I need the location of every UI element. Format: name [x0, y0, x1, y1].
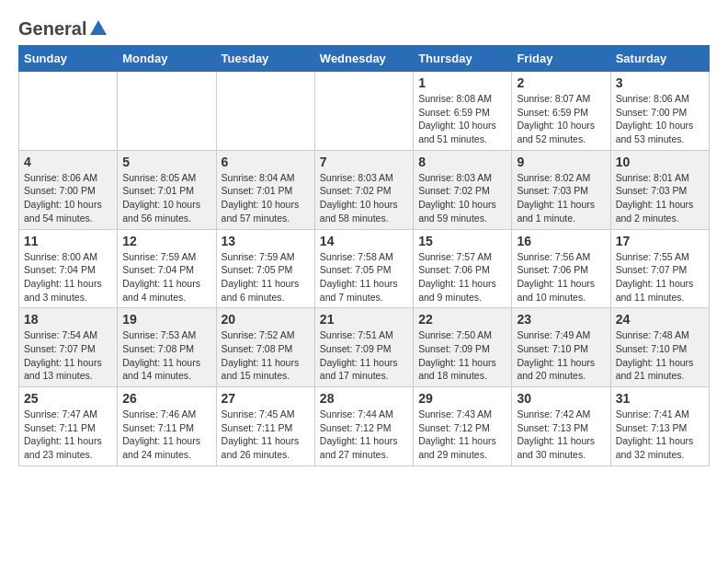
- svg-marker-0: [90, 20, 107, 35]
- day-number: 18: [24, 312, 112, 327]
- day-number: 17: [616, 234, 704, 248]
- day-number: 12: [122, 234, 210, 248]
- logo: General: [18, 18, 108, 36]
- calendar-cell: 2Sunrise: 8:07 AM Sunset: 6:59 PM Daylig…: [512, 72, 610, 151]
- calendar-cell: 29Sunrise: 7:43 AM Sunset: 7:12 PM Dayli…: [414, 387, 512, 466]
- day-info: Sunrise: 8:01 AM Sunset: 7:03 PM Dayligh…: [616, 171, 704, 225]
- day-info: Sunrise: 8:00 AM Sunset: 7:04 PM Dayligh…: [24, 250, 112, 304]
- day-of-week-header: Thursday: [414, 46, 512, 72]
- day-of-week-header: Sunday: [19, 46, 118, 72]
- day-info: Sunrise: 7:52 AM Sunset: 7:08 PM Dayligh…: [222, 328, 310, 383]
- day-number: 20: [222, 312, 310, 327]
- calendar-cell: [19, 72, 118, 151]
- calendar-cell: 28Sunrise: 7:44 AM Sunset: 7:12 PM Dayli…: [314, 387, 413, 466]
- calendar-week-row: 18Sunrise: 7:54 AM Sunset: 7:07 PM Dayli…: [19, 308, 710, 387]
- day-number: 6: [222, 155, 310, 169]
- day-info: Sunrise: 7:41 AM Sunset: 7:13 PM Dayligh…: [616, 408, 704, 462]
- day-info: Sunrise: 8:08 AM Sunset: 6:59 PM Dayligh…: [418, 92, 506, 146]
- calendar-week-row: 1Sunrise: 8:08 AM Sunset: 6:59 PM Daylig…: [19, 72, 710, 151]
- calendar-cell: 1Sunrise: 8:08 AM Sunset: 6:59 PM Daylig…: [414, 72, 512, 151]
- calendar-cell: 12Sunrise: 7:59 AM Sunset: 7:04 PM Dayli…: [118, 229, 216, 308]
- day-info: Sunrise: 8:03 AM Sunset: 7:02 PM Dayligh…: [320, 171, 408, 225]
- calendar-cell: 16Sunrise: 7:56 AM Sunset: 7:06 PM Dayli…: [512, 229, 610, 308]
- day-info: Sunrise: 8:04 AM Sunset: 7:01 PM Dayligh…: [222, 171, 310, 225]
- calendar-week-row: 4Sunrise: 8:06 AM Sunset: 7:00 PM Daylig…: [19, 150, 710, 229]
- calendar-cell: 7Sunrise: 8:03 AM Sunset: 7:02 PM Daylig…: [314, 150, 413, 229]
- logo-general: General: [18, 18, 86, 40]
- calendar-cell: 20Sunrise: 7:52 AM Sunset: 7:08 PM Dayli…: [216, 308, 314, 387]
- calendar-cell: 3Sunrise: 8:06 AM Sunset: 7:00 PM Daylig…: [610, 72, 709, 151]
- day-of-week-header: Wednesday: [314, 46, 413, 72]
- day-number: 31: [616, 391, 704, 406]
- day-info: Sunrise: 7:44 AM Sunset: 7:12 PM Dayligh…: [320, 408, 408, 462]
- day-info: Sunrise: 7:47 AM Sunset: 7:11 PM Dayligh…: [24, 408, 112, 462]
- day-info: Sunrise: 7:53 AM Sunset: 7:08 PM Dayligh…: [122, 328, 210, 383]
- day-number: 26: [122, 391, 210, 406]
- day-info: Sunrise: 7:48 AM Sunset: 7:10 PM Dayligh…: [616, 328, 704, 383]
- calendar-cell: 23Sunrise: 7:49 AM Sunset: 7:10 PM Dayli…: [512, 308, 610, 387]
- calendar-table: SundayMondayTuesdayWednesdayThursdayFrid…: [18, 45, 710, 466]
- day-number: 8: [418, 155, 506, 169]
- day-info: Sunrise: 7:46 AM Sunset: 7:11 PM Dayligh…: [122, 408, 210, 462]
- day-number: 25: [24, 391, 112, 406]
- calendar-cell: 9Sunrise: 8:02 AM Sunset: 7:03 PM Daylig…: [512, 150, 610, 229]
- calendar-cell: 17Sunrise: 7:55 AM Sunset: 7:07 PM Dayli…: [610, 229, 709, 308]
- day-info: Sunrise: 7:55 AM Sunset: 7:07 PM Dayligh…: [616, 250, 704, 304]
- day-number: 3: [616, 75, 704, 90]
- calendar-cell: 15Sunrise: 7:57 AM Sunset: 7:06 PM Dayli…: [414, 229, 512, 308]
- day-number: 21: [320, 312, 408, 327]
- day-info: Sunrise: 7:54 AM Sunset: 7:07 PM Dayligh…: [24, 328, 112, 383]
- day-info: Sunrise: 8:02 AM Sunset: 7:03 PM Dayligh…: [517, 171, 605, 225]
- day-info: Sunrise: 7:43 AM Sunset: 7:12 PM Dayligh…: [418, 408, 506, 462]
- day-number: 2: [517, 75, 605, 90]
- logo-icon: [88, 18, 108, 39]
- calendar-cell: [118, 72, 216, 151]
- day-number: 16: [517, 234, 605, 248]
- calendar-cell: 27Sunrise: 7:45 AM Sunset: 7:11 PM Dayli…: [216, 387, 314, 466]
- calendar-header-row: SundayMondayTuesdayWednesdayThursdayFrid…: [19, 46, 710, 72]
- day-info: Sunrise: 7:45 AM Sunset: 7:11 PM Dayligh…: [222, 408, 310, 462]
- day-of-week-header: Friday: [512, 46, 610, 72]
- day-number: 27: [222, 391, 310, 406]
- day-number: 22: [418, 312, 506, 327]
- day-number: 13: [222, 234, 310, 248]
- calendar-cell: 10Sunrise: 8:01 AM Sunset: 7:03 PM Dayli…: [610, 150, 709, 229]
- day-number: 11: [24, 234, 112, 248]
- day-info: Sunrise: 7:42 AM Sunset: 7:13 PM Dayligh…: [517, 408, 605, 462]
- calendar-cell: 6Sunrise: 8:04 AM Sunset: 7:01 PM Daylig…: [216, 150, 314, 229]
- calendar-cell: 24Sunrise: 7:48 AM Sunset: 7:10 PM Dayli…: [610, 308, 709, 387]
- day-number: 30: [517, 391, 605, 406]
- day-of-week-header: Monday: [118, 46, 216, 72]
- day-info: Sunrise: 7:50 AM Sunset: 7:09 PM Dayligh…: [418, 328, 506, 383]
- day-number: 7: [320, 155, 408, 169]
- day-info: Sunrise: 8:05 AM Sunset: 7:01 PM Dayligh…: [122, 171, 210, 225]
- calendar-cell: [216, 72, 314, 151]
- calendar-cell: 21Sunrise: 7:51 AM Sunset: 7:09 PM Dayli…: [314, 308, 413, 387]
- day-number: 14: [320, 234, 408, 248]
- day-number: 9: [517, 155, 605, 169]
- day-info: Sunrise: 7:56 AM Sunset: 7:06 PM Dayligh…: [517, 250, 605, 304]
- day-number: 28: [320, 391, 408, 406]
- day-number: 15: [418, 234, 506, 248]
- day-number: 23: [517, 312, 605, 327]
- day-of-week-header: Saturday: [610, 46, 709, 72]
- day-number: 29: [418, 391, 506, 406]
- day-info: Sunrise: 7:59 AM Sunset: 7:04 PM Dayligh…: [122, 250, 210, 304]
- day-info: Sunrise: 8:06 AM Sunset: 7:00 PM Dayligh…: [616, 92, 704, 146]
- calendar-cell: 11Sunrise: 8:00 AM Sunset: 7:04 PM Dayli…: [19, 229, 118, 308]
- day-number: 5: [122, 155, 210, 169]
- calendar-week-row: 11Sunrise: 8:00 AM Sunset: 7:04 PM Dayli…: [19, 229, 710, 308]
- calendar-cell: 19Sunrise: 7:53 AM Sunset: 7:08 PM Dayli…: [118, 308, 216, 387]
- calendar-cell: 22Sunrise: 7:50 AM Sunset: 7:09 PM Dayli…: [414, 308, 512, 387]
- day-info: Sunrise: 8:07 AM Sunset: 6:59 PM Dayligh…: [517, 92, 605, 146]
- calendar-week-row: 25Sunrise: 7:47 AM Sunset: 7:11 PM Dayli…: [19, 387, 710, 466]
- calendar-cell: [314, 72, 413, 151]
- day-number: 19: [122, 312, 210, 327]
- calendar-cell: 30Sunrise: 7:42 AM Sunset: 7:13 PM Dayli…: [512, 387, 610, 466]
- day-info: Sunrise: 7:49 AM Sunset: 7:10 PM Dayligh…: [517, 328, 605, 383]
- day-number: 1: [418, 75, 506, 90]
- day-number: 10: [616, 155, 704, 169]
- day-info: Sunrise: 7:57 AM Sunset: 7:06 PM Dayligh…: [418, 250, 506, 304]
- calendar-cell: 8Sunrise: 8:03 AM Sunset: 7:02 PM Daylig…: [414, 150, 512, 229]
- calendar-cell: 25Sunrise: 7:47 AM Sunset: 7:11 PM Dayli…: [19, 387, 118, 466]
